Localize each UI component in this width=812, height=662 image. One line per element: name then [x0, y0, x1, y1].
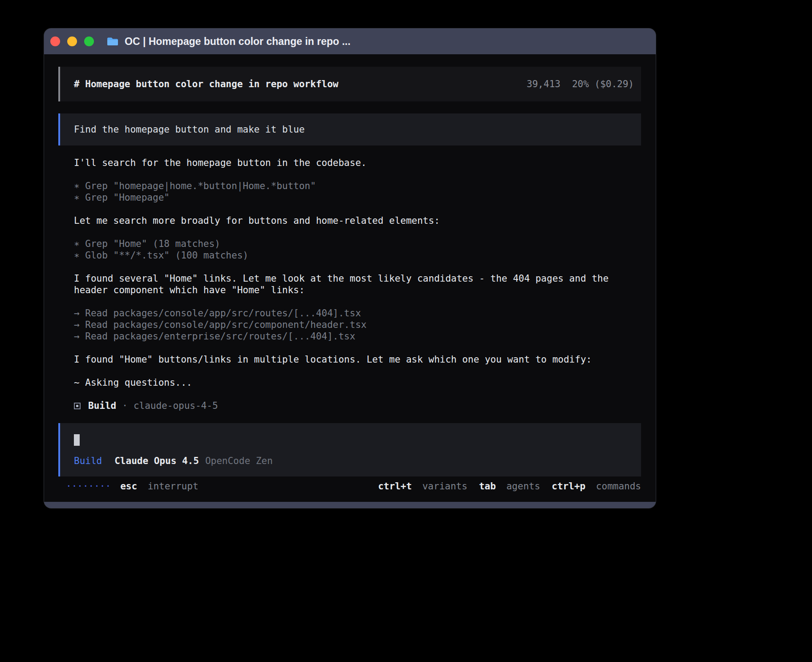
input-provider: OpenCode Zen [205, 455, 273, 467]
close-button[interactable] [50, 36, 60, 46]
prompt-input[interactable]: Build Claude Opus 4.5 OpenCode Zen [58, 423, 641, 476]
input-model: Claude Opus 4.5 [114, 455, 199, 467]
shortcut-commands: ctrl+p commands [552, 480, 641, 492]
key-tab-label: agents [506, 481, 540, 492]
tool-call-grep: ∗ Grep "Home" (18 matches) [74, 238, 630, 250]
user-message-text: Find the homepage button and make it blu… [74, 124, 304, 135]
session-title: # Homepage button color change in repo w… [74, 78, 338, 90]
traffic-lights [50, 36, 94, 46]
terminal-window: OC | Homepage button color change in rep… [44, 28, 656, 508]
tool-call-read: → Read packages/console/app/src/componen… [74, 319, 630, 331]
window-titlebar[interactable]: OC | Homepage button color change in rep… [44, 28, 656, 54]
assistant-message: Let me search more broadly for buttons a… [74, 215, 630, 226]
agent-icon [74, 403, 81, 409]
token-count: 39,413 [527, 78, 560, 90]
tool-call-glob: ∗ Glob "**/*.tsx" (100 matches) [74, 250, 630, 261]
tool-call-grep: ∗ Grep "Homepage" [74, 192, 630, 203]
window-title: OC | Homepage button color change in rep… [125, 36, 350, 48]
agent-name: Build [88, 400, 116, 412]
tool-call-group: → Read packages/console/app/src/routes/[… [74, 307, 630, 342]
window-title-group: OC | Homepage button color change in rep… [106, 36, 350, 48]
agent-badge: Build · claude-opus-4-5 [74, 400, 630, 412]
minimize-button[interactable] [67, 36, 77, 46]
status-line: ~ Asking questions... [74, 377, 630, 388]
key-ctrl-p: ctrl+p [552, 481, 585, 492]
spinner-dots: ········ [66, 480, 111, 492]
key-ctrl-p-label: commands [596, 481, 641, 492]
tool-call-grep: ∗ Grep "homepage|home.*button|Home.*butt… [74, 180, 630, 192]
shortcut-group: ctrl+t variants tab agents ctrl+p comman… [378, 480, 641, 492]
input-agent-mode: Build [74, 455, 102, 467]
status-bar: ········ esc interrupt ctrl+t variants t… [58, 480, 641, 492]
shortcut-agents: tab agents [479, 480, 540, 492]
tool-call-group: ∗ Grep "homepage|home.*button|Home.*butt… [74, 180, 630, 203]
terminal-content: # Homepage button color change in repo w… [44, 54, 656, 502]
folder-icon [106, 36, 119, 46]
shortcut-variants: ctrl+t variants [378, 480, 467, 492]
agent-model: claude-opus-4-5 [134, 400, 218, 412]
tool-call-read: → Read packages/enterprise/src/routes/[.… [74, 331, 630, 342]
key-esc: esc [120, 481, 137, 492]
tool-call-group: ∗ Grep "Home" (18 matches) ∗ Glob "**/*.… [74, 238, 630, 261]
key-ctrl-t-label: variants [422, 481, 467, 492]
session-header: # Homepage button color change in repo w… [58, 67, 641, 101]
session-stats: 39,413 20% ($0.29) [527, 78, 634, 90]
input-mode-line: Build Claude Opus 4.5 OpenCode Zen [74, 455, 634, 467]
key-ctrl-t: ctrl+t [378, 481, 412, 492]
text-cursor [74, 434, 80, 446]
assistant-message: I found several "Home" links. Let me loo… [74, 273, 630, 296]
tool-call-read: → Read packages/console/app/src/routes/[… [74, 307, 630, 319]
agent-separator: · [122, 400, 128, 412]
key-tab: tab [479, 481, 496, 492]
user-message: Find the homepage button and make it blu… [58, 113, 641, 145]
key-esc-label: interrupt [148, 481, 199, 492]
shortcut-interrupt: esc interrupt [120, 480, 198, 492]
context-usage: 20% ($0.29) [572, 78, 634, 90]
assistant-message: I'll search for the homepage button in t… [74, 157, 630, 169]
conversation: I'll search for the homepage button in t… [58, 145, 630, 412]
zoom-button[interactable] [84, 36, 94, 46]
assistant-message: I found "Home" buttons/links in multiple… [74, 354, 630, 365]
